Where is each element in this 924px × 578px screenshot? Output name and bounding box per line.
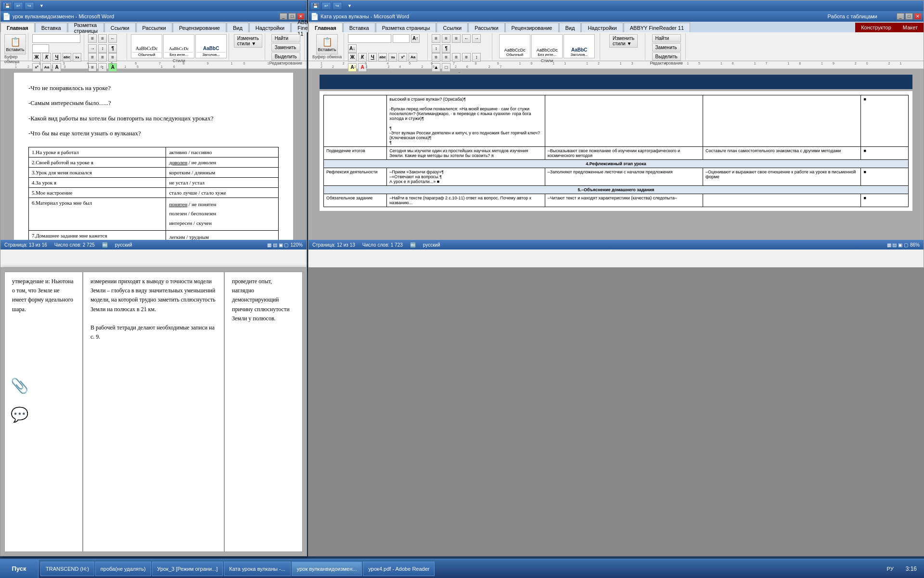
font-size-input-2[interactable]: 11: [393, 34, 410, 43]
bullet-list-btn-2[interactable]: ≡: [432, 34, 440, 43]
style-h1-preview-1: AaBbC: [197, 46, 225, 53]
style-h1-label-2: Заголов...: [570, 53, 588, 57]
multi-list-btn-2[interactable]: ≡: [452, 34, 461, 43]
font-name-input-1[interactable]: Times New Roman: [32, 34, 80, 43]
find-btn-2[interactable]: Найти: [652, 34, 681, 42]
taskbar-item-2[interactable]: Урок_3 [Режим ограни...]: [152, 562, 223, 576]
indent-dec-btn-2[interactable]: ←: [462, 34, 471, 43]
tab-add-2[interactable]: Надстройки: [581, 23, 623, 32]
close-btn-2[interactable]: ✕: [914, 13, 922, 20]
tab-view-1[interactable]: Вид: [227, 23, 249, 32]
tab-refs-1[interactable]: Ссылки: [104, 23, 136, 32]
tab-insert-1[interactable]: Вставка: [35, 23, 67, 32]
taskbar-item-0[interactable]: TRANSCEND (H:): [40, 562, 94, 576]
tab-mail-2[interactable]: Рассылки: [468, 23, 504, 32]
font-size-input-1[interactable]: 12: [32, 44, 49, 53]
qat-undo-1[interactable]: ↩: [13, 2, 23, 10]
tab-insert-2[interactable]: Вставка: [343, 23, 375, 32]
desktop-icon-chat[interactable]: 💬: [5, 405, 34, 426]
num-list-btn-2[interactable]: ≡: [442, 34, 450, 43]
style-h1-2[interactable]: AaBbC Заголов...: [564, 34, 595, 58]
bullet-list-btn-1[interactable]: ≡: [88, 34, 97, 43]
select-btn-1[interactable]: Выделить: [271, 53, 300, 61]
indent-inc-btn-2[interactable]: →: [472, 34, 481, 43]
font-grow-2[interactable]: A↑: [411, 34, 420, 43]
minimize-btn-2[interactable]: _: [897, 13, 904, 20]
align-left-btn-2[interactable]: ≡: [432, 53, 440, 62]
maximize-btn-1[interactable]: □: [288, 13, 296, 20]
align-justify-btn-2[interactable]: ≡: [462, 53, 471, 62]
align-center-btn-2[interactable]: ≡: [442, 53, 450, 62]
paste-button-1[interactable]: 📋 Вставить: [4, 34, 26, 54]
taskbar-item-1[interactable]: проба(не удалять): [95, 562, 151, 576]
italic-btn-2[interactable]: К: [358, 53, 367, 62]
align-right-btn-1[interactable]: ≡: [108, 53, 117, 62]
superscript-btn-2[interactable]: x²: [398, 53, 407, 62]
maximize-btn-2[interactable]: □: [905, 13, 913, 20]
bold-btn-1[interactable]: Ж: [32, 53, 41, 62]
paste-button-2[interactable]: 📋 Вставить: [316, 34, 338, 54]
select-btn-2[interactable]: Выделить: [652, 53, 681, 61]
change-styles-btn-1[interactable]: Изменитьстили ▼: [234, 34, 262, 48]
tab-constructor-2[interactable]: Конструктор: [855, 23, 897, 32]
marks-btn-2[interactable]: ¶: [442, 44, 450, 53]
marks-btn-1[interactable]: ¶: [108, 44, 117, 53]
qat-redo-2[interactable]: ↪: [333, 2, 342, 10]
subscript-btn-2[interactable]: x₂: [388, 53, 397, 62]
tab-maket-2[interactable]: Макет: [897, 23, 924, 32]
taskbar-item-3[interactable]: Ката урока вулканы -...: [224, 562, 291, 576]
replace-btn-1[interactable]: Заменить: [271, 43, 300, 52]
linespacing-btn-2[interactable]: ↕: [472, 53, 481, 62]
tab-layout-2[interactable]: Разметка страницы: [376, 23, 436, 32]
indent-inc-btn-1[interactable]: →: [88, 44, 97, 53]
change-styles-btn-2[interactable]: Изменитьстили ▼: [609, 34, 638, 48]
strikethrough-btn-1[interactable]: abc: [63, 53, 71, 62]
qat-icon-1[interactable]: 💾: [2, 2, 12, 10]
start-button[interactable]: Пуск: [0, 560, 38, 578]
qat-dropdown-1[interactable]: ▼: [39, 3, 44, 8]
sort-btn-2[interactable]: ↕: [432, 44, 440, 53]
case-btn-2[interactable]: Аа: [409, 53, 417, 62]
strikethrough-btn-2[interactable]: abc: [378, 53, 387, 62]
question-1: -Что не понравилось на уроке?: [28, 82, 279, 93]
taskbar-item-4[interactable]: урок вулканвидоизмен...: [292, 562, 362, 576]
tab-view-2[interactable]: Вид: [559, 23, 581, 32]
tab-layout-1[interactable]: Разметка страницы: [68, 23, 104, 32]
taskbar-item-5[interactable]: урок4.pdf - Adobe Reader: [363, 562, 435, 576]
align-right-btn-2[interactable]: ≡: [452, 53, 461, 62]
underline-btn-2[interactable]: Ч: [368, 53, 377, 62]
tab-home-2[interactable]: Главная: [308, 23, 343, 32]
num-list-btn-1[interactable]: ≡: [98, 34, 107, 43]
tab-mail-1[interactable]: Рассылки: [136, 23, 172, 32]
qat-redo-1[interactable]: ↪: [25, 2, 34, 10]
sort-btn-1[interactable]: ↕: [98, 44, 107, 53]
qat-save-2[interactable]: 💾: [310, 2, 320, 10]
minimize-btn-1[interactable]: _: [280, 13, 287, 20]
bold-btn-2[interactable]: Ж: [348, 53, 357, 62]
font-shrink-2[interactable]: A↓: [348, 44, 357, 53]
qat-dropdown-2[interactable]: ▼: [347, 3, 352, 8]
tab-home-1[interactable]: Главная: [0, 23, 35, 32]
align-center-btn-1[interactable]: ≡: [98, 53, 107, 62]
style-normal-2[interactable]: AaBbCcDc Обычный: [499, 34, 530, 58]
align-left-btn-1[interactable]: ≡: [88, 53, 97, 62]
tab-review-1[interactable]: Рецензирование: [173, 23, 226, 32]
underline-btn-1[interactable]: Ч: [52, 53, 61, 62]
font-name-input-2[interactable]: Calibri: [348, 34, 391, 43]
style-normal-1[interactable]: AaBbCcDc Обычный: [131, 34, 162, 58]
tab-add-1[interactable]: Надстройки: [249, 23, 291, 32]
italic-btn-1[interactable]: К: [42, 53, 51, 62]
desktop-icon-paperclip[interactable]: 📎: [5, 376, 34, 397]
find-btn-1[interactable]: Найти: [271, 34, 300, 42]
replace-btn-2[interactable]: Заменить: [652, 43, 681, 52]
indent-dec-btn-1[interactable]: ←: [108, 34, 117, 43]
tab-refs-2[interactable]: Ссылки: [436, 23, 468, 32]
subscript-btn-1[interactable]: x₂: [73, 53, 81, 62]
style-noint-1[interactable]: AaBbCcDc Без инте...: [163, 34, 194, 58]
qat-undo-2[interactable]: ↩: [321, 2, 331, 10]
tab-review-2[interactable]: Рецензирование: [505, 23, 559, 32]
style-noint-2[interactable]: AaBbCcDc Без инте...: [531, 34, 563, 58]
tab-abbyy-2[interactable]: ABBYY FineReader 11: [624, 23, 690, 32]
style-h1-1[interactable]: AaBbC Заголов...: [195, 34, 227, 58]
table-dz-empty: [703, 194, 861, 207]
